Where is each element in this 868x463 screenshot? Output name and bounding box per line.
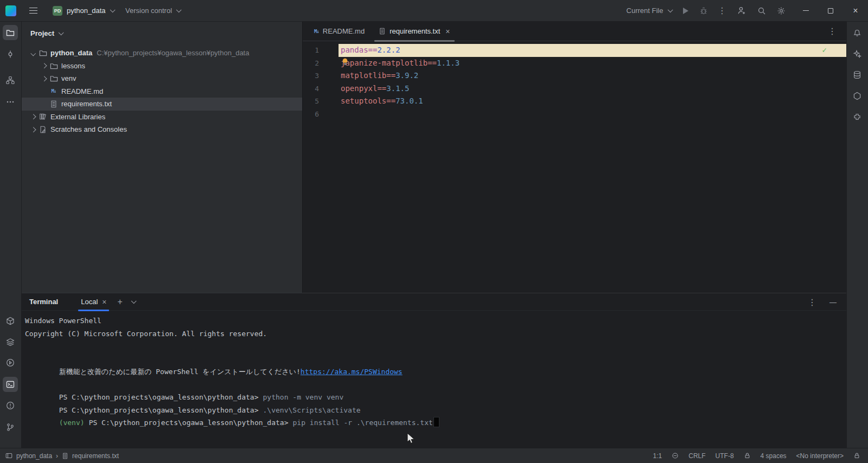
code-line: 4 openpyxl==3.1.5 <box>303 82 846 95</box>
database-button[interactable] <box>850 67 865 82</box>
inspections-ok-icon[interactable]: ✓ <box>822 46 827 54</box>
more-tool-windows-button[interactable] <box>3 94 18 110</box>
close-tab-icon[interactable]: × <box>102 298 106 306</box>
chevron-right-icon[interactable] <box>30 114 35 119</box>
hide-panel-icon[interactable]: — <box>829 298 837 306</box>
terminal-output[interactable]: Windows PowerShell Copyright (C) Microso… <box>22 311 846 416</box>
status-indicator-icon[interactable] <box>672 452 679 459</box>
project-badge[interactable]: PD <box>53 6 62 16</box>
problems-button[interactable] <box>3 398 18 413</box>
powershell-update-link[interactable]: https://aka.ms/PSWindows <box>301 368 403 376</box>
ai-assistant-button[interactable] <box>850 46 865 61</box>
code-line: 5 setuptools==73.0.1 <box>303 95 846 108</box>
tree-row-lessons[interactable]: lessons <box>22 60 302 73</box>
tab-readme[interactable]: M↓ README.md <box>307 22 372 41</box>
line-number[interactable]: 2 <box>303 57 339 70</box>
python-packages-button[interactable] <box>3 313 18 329</box>
minimize-button[interactable] <box>793 0 818 22</box>
line-number[interactable]: 1 <box>303 44 339 57</box>
readonly-lock-icon[interactable] <box>853 452 860 459</box>
intention-bulb-icon[interactable] <box>341 58 349 66</box>
libraries-icon <box>38 113 48 120</box>
tool-windows-icon[interactable] <box>5 452 12 459</box>
tree-label: venv <box>61 74 76 82</box>
close-tab-icon[interactable]: × <box>445 27 450 36</box>
new-terminal-icon[interactable]: + <box>117 298 122 306</box>
line-number[interactable]: 6 <box>303 108 339 121</box>
main-menu-icon[interactable] <box>29 8 37 14</box>
line-number[interactable]: 4 <box>303 82 339 95</box>
chevron-right-icon[interactable] <box>30 127 35 132</box>
terminal-tab-label: Local <box>81 298 98 306</box>
indent-widget[interactable]: 4 spaces <box>761 452 787 460</box>
status-bar: python_data › requirements.txt 1:1 CRLF … <box>0 448 868 463</box>
code-with-me-icon[interactable] <box>737 6 746 15</box>
version-control-button[interactable] <box>3 420 18 435</box>
search-everywhere-icon[interactable] <box>757 7 766 15</box>
folder-icon <box>38 49 48 57</box>
text-file-icon <box>62 453 68 459</box>
tree-label: requirements.txt <box>61 100 112 108</box>
editor-tab-bar: M↓ README.md requirements.txt × ⋮ <box>303 22 846 41</box>
encoding-widget[interactable]: UTF-8 <box>716 452 734 460</box>
tree-row-readme[interactable]: M↓ README.md <box>22 85 302 98</box>
line-separator-widget[interactable]: CRLF <box>688 452 705 460</box>
tree-row-requirements[interactable]: requirements.txt <box>22 98 302 111</box>
maximize-button[interactable] <box>818 0 843 22</box>
code-line: 2 japanize-matplotlib==1.1.3 <box>303 57 846 70</box>
tab-label: requirements.txt <box>390 27 440 35</box>
chevron-down-icon[interactable] <box>30 50 35 55</box>
editor: M↓ README.md requirements.txt × ⋮ 1 pand… <box>302 22 846 293</box>
code-line: 6 <box>303 108 846 121</box>
breadcrumb-file[interactable]: requirements.txt <box>72 452 119 460</box>
project-widget[interactable]: python_data <box>67 7 106 15</box>
code-editor[interactable]: 1 pandas==2.2.2 2 japanize-matplotlib==1… <box>303 41 846 293</box>
vcs-widget[interactable]: Version control <box>125 7 172 15</box>
tree-row-scratches[interactable]: Scratches and Consoles <box>22 123 302 136</box>
code-line: 1 pandas==2.2.2 <box>303 44 846 57</box>
project-tool-window: Project python_data C:¥python_projects¥o… <box>22 22 302 293</box>
terminal-title[interactable]: Terminal <box>29 298 58 306</box>
line-number[interactable]: 3 <box>303 69 339 82</box>
chevron-down-icon <box>176 7 181 12</box>
breadcrumb-project[interactable]: python_data <box>16 452 52 460</box>
plugins-button[interactable] <box>850 110 865 125</box>
lock-icon[interactable] <box>744 452 751 459</box>
terminal-line: Windows PowerShell <box>25 314 846 327</box>
services-button[interactable] <box>3 335 18 350</box>
notifications-bell-button[interactable] <box>850 25 865 40</box>
scratches-icon <box>38 126 48 133</box>
tree-row-root[interactable]: python_data C:¥python_projects¥ogawa_les… <box>22 47 302 60</box>
run-icon[interactable] <box>683 8 688 14</box>
more-actions-icon[interactable]: ⋮ <box>718 7 726 15</box>
terminal-tool-button[interactable] <box>3 377 18 392</box>
tree-label: lessons <box>61 62 85 70</box>
tree-label: External Libraries <box>50 113 105 121</box>
tab-options-icon[interactable]: ⋮ <box>828 26 837 36</box>
chevron-down-icon[interactable] <box>131 298 136 303</box>
tree-row-venv[interactable]: venv <box>22 72 302 85</box>
run-configuration-widget[interactable]: Current File <box>627 7 663 15</box>
chevron-down-icon <box>668 7 673 12</box>
terminal-tab-local[interactable]: Local × <box>76 293 111 311</box>
terminal-line: 新機能と改善のために最新の PowerShell をインストールしてください!h… <box>25 353 846 366</box>
line-number[interactable]: 5 <box>303 95 339 108</box>
tree-label: Scratches and Consoles <box>50 125 127 133</box>
terminal-options-icon[interactable]: ⋮ <box>808 297 816 307</box>
structure-tool-button[interactable] <box>3 73 18 88</box>
close-button[interactable]: × <box>843 0 868 22</box>
settings-gear-icon[interactable] <box>777 7 786 15</box>
tree-row-external-libraries[interactable]: External Libraries <box>22 111 302 124</box>
chevron-right-icon[interactable] <box>41 76 46 81</box>
chevron-right-icon[interactable] <box>41 63 46 68</box>
commit-tool-button[interactable] <box>3 47 18 62</box>
debug-icon[interactable] <box>699 7 708 15</box>
caret-position-widget[interactable]: 1:1 <box>653 452 662 460</box>
interpreter-widget[interactable]: <No interpreter> <box>796 452 844 460</box>
project-tool-button[interactable] <box>3 25 18 40</box>
project-panel-header[interactable]: Project <box>22 22 302 44</box>
project-tree: python_data C:¥python_projects¥ogawa_les… <box>22 44 302 136</box>
tab-requirements[interactable]: requirements.txt × <box>372 22 457 41</box>
python-console-button[interactable] <box>3 355 18 370</box>
dependencies-button[interactable] <box>850 88 865 104</box>
